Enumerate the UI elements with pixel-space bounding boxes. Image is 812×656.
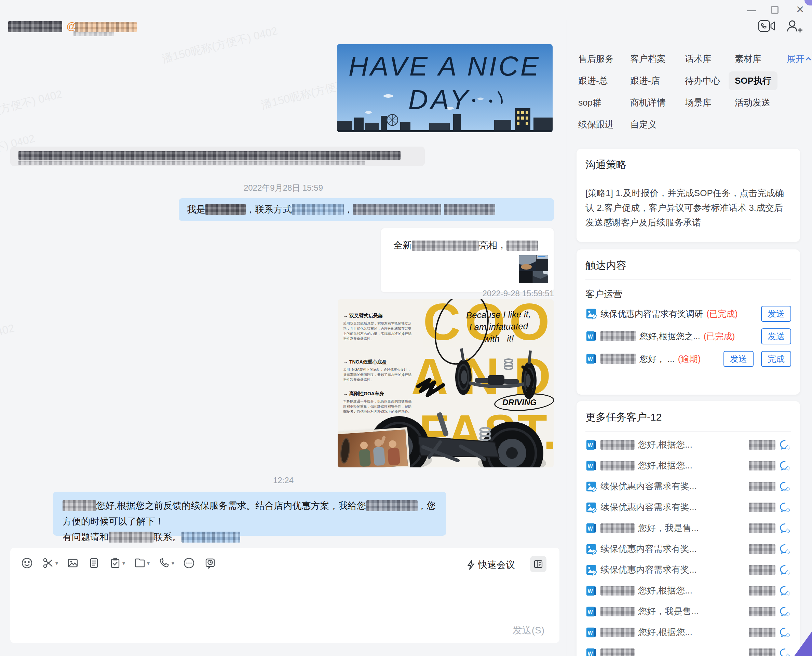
task-list-item[interactable]: 续保优惠内容需求有奖...: [586, 497, 791, 518]
add-member-icon[interactable]: [785, 19, 803, 36]
poster-feature-title: →高刚性GOA车身: [343, 391, 414, 397]
screenshot-icon[interactable]: ▾: [42, 557, 58, 569]
sidebar-tab-续保跟进[interactable]: 续保跟进: [578, 119, 614, 130]
quick-meeting-button[interactable]: 快速会议: [466, 559, 515, 571]
image-icon[interactable]: [66, 557, 79, 569]
redacted-customer-name: [749, 440, 775, 450]
sidebar-tab-sop群[interactable]: sop群: [578, 97, 601, 109]
send-chat-icon[interactable]: [779, 605, 791, 618]
word-doc-icon: W: [586, 522, 597, 534]
redacted-customer-name: [749, 628, 775, 637]
renewal-text: 有问题请和: [62, 532, 108, 542]
task-list-item[interactable]: W您好,根据您...: [586, 434, 791, 455]
send-task-button[interactable]: 发送: [761, 306, 791, 322]
task-list-item[interactable]: W您好,根据您...: [586, 622, 791, 643]
send-chat-icon[interactable]: [779, 564, 791, 576]
word-doc-icon: W: [586, 439, 597, 451]
message-image-have-a-nice-day[interactable]: HAVE A NICE DAY: [337, 44, 553, 132]
send-chat-icon[interactable]: [779, 626, 791, 639]
minimize-button[interactable]: [747, 10, 756, 11]
chevron-down-icon[interactable]: ▾: [147, 560, 150, 566]
task-list-item[interactable]: W您好,根据您...: [586, 455, 791, 476]
message-composer[interactable]: ▾ ▾ ▾ ▾: [10, 548, 559, 643]
send-chat-icon[interactable]: [779, 522, 791, 534]
send-task-button[interactable]: 发送: [761, 328, 791, 344]
word-doc-icon: W: [586, 353, 597, 365]
send-chat-icon[interactable]: [779, 501, 791, 514]
word-doc-icon: W: [586, 330, 597, 342]
niceday-line1: HAVE A NICE: [349, 51, 541, 81]
send-chat-icon[interactable]: [779, 647, 791, 656]
sidebar-tab-客户档案[interactable]: 客户档案: [630, 53, 666, 65]
reach-item-text: 您好， ...: [639, 353, 675, 365]
chevron-down-icon[interactable]: ▾: [172, 560, 174, 566]
chat-history-icon[interactable]: [204, 557, 217, 569]
chat-contact-name-redacted: [8, 21, 62, 32]
video-call-icon[interactable]: [758, 19, 776, 34]
toggle-sidebar-button[interactable]: [530, 556, 547, 572]
composer-toolbar: ▾ ▾ ▾ ▾: [20, 557, 217, 569]
folder-icon[interactable]: ▾: [133, 557, 150, 569]
redacted-name: [600, 607, 635, 616]
word-doc-icon: W: [586, 647, 597, 656]
sent-message-renewal[interactable]: 您好,根据您之前反馈的续保服务需求。结合店内优惠方案，我给您，您方便的时候可以了…: [53, 492, 446, 536]
sidebar-tab-待办中心[interactable]: 待办中心: [685, 75, 721, 87]
close-button[interactable]: ×: [796, 3, 804, 16]
send-chat-icon[interactable]: [779, 439, 791, 451]
task-list-item[interactable]: W: [586, 643, 791, 656]
task-item-text: 续保优惠内容需求有奖...: [600, 501, 697, 513]
file-icon[interactable]: [87, 557, 101, 569]
chevron-down-icon[interactable]: ▾: [122, 560, 125, 566]
poster-feature-body: 车身刚度进一步提升，以确保更高的驾驶舱强度和更轻的重量，强化静谧性和安全性，帮助…: [343, 399, 414, 414]
message-timestamp: 2022-9-28 15:59:51: [381, 289, 554, 298]
emoji-icon[interactable]: [20, 557, 34, 569]
sidebar-tab-话术库[interactable]: 话术库: [685, 53, 711, 65]
image-file-icon: [586, 308, 597, 319]
sidebar-tab-SOP执行[interactable]: SOP执行: [728, 71, 778, 90]
sent-message-intro[interactable]: 我是，联系方式，: [179, 198, 554, 221]
redacted-name: [62, 500, 96, 511]
watermark-text: 潘150昵称(方便不) 0402: [0, 321, 16, 364]
svg-text:W: W: [588, 650, 593, 656]
task-list-item[interactable]: W您好,根据您...: [586, 580, 791, 601]
sidebar-tab-跟进-店[interactable]: 跟进-店: [630, 75, 660, 87]
message-image-car-poster[interactable]: COOL AND FAST.: [338, 299, 554, 467]
maximize-button[interactable]: [771, 6, 778, 14]
reach-card-title: 触达内容: [586, 249, 791, 280]
reach-item: W您好,根据您之...(已完成)发送: [586, 325, 791, 348]
sidebar-tab-活动发送[interactable]: 活动发送: [735, 97, 770, 109]
send-button[interactable]: 发送(S): [513, 624, 544, 637]
task-list-item[interactable]: 续保优惠内容需求有奖...: [586, 538, 791, 559]
redacted-phone: [292, 204, 344, 215]
task-list-item[interactable]: W您好，我是售...: [586, 601, 791, 622]
sidebar-tab-素材库[interactable]: 素材库: [735, 53, 761, 65]
sidebar-tab-自定义[interactable]: 自定义: [630, 119, 657, 130]
redacted-name: [205, 204, 246, 215]
link-card-message[interactable]: 全新亮相，: [381, 228, 554, 292]
task-list-item[interactable]: 续保优惠内容需求有奖...: [586, 476, 791, 497]
tab-row: 续保跟进自定义: [578, 113, 807, 135]
send-chat-icon[interactable]: [779, 480, 791, 493]
message-timestamp: 12:24: [0, 476, 567, 485]
redacted-customer-name: [749, 565, 775, 575]
task-list-item[interactable]: W您好，我是售...: [586, 518, 791, 538]
send-chat-icon[interactable]: [779, 585, 791, 597]
arrow-icon: →: [343, 359, 348, 365]
sidebar-tab-商机详情[interactable]: 商机详情: [630, 97, 666, 109]
complete-task-button[interactable]: 完成: [761, 351, 791, 367]
send-chat-icon[interactable]: [779, 543, 791, 555]
call-icon[interactable]: ▾: [158, 557, 174, 569]
chevron-down-icon[interactable]: ▾: [55, 560, 58, 566]
send-task-button[interactable]: 发送: [724, 351, 753, 367]
sidebar-tab-售后服务[interactable]: 售后服务: [578, 53, 614, 65]
received-message-redacted[interactable]: [10, 147, 425, 166]
status-label: (已完成): [707, 308, 738, 319]
sidebar-tab-展开[interactable]: 展开: [787, 53, 811, 65]
sidebar-tab-跟进-总[interactable]: 跟进-总: [578, 75, 608, 87]
poster-feature-body: 采用TNGA架构下的底盘，通过低重心设计，提高车辆的侧倾刚度，兼顾了高水平的操控…: [343, 367, 414, 382]
todo-icon[interactable]: ▾: [108, 557, 125, 569]
task-list-item[interactable]: 续保优惠内容需求有奖...: [586, 559, 791, 580]
more-icon[interactable]: [183, 557, 195, 569]
send-chat-icon[interactable]: [779, 460, 791, 472]
sidebar-tab-场景库[interactable]: 场景库: [685, 97, 711, 109]
